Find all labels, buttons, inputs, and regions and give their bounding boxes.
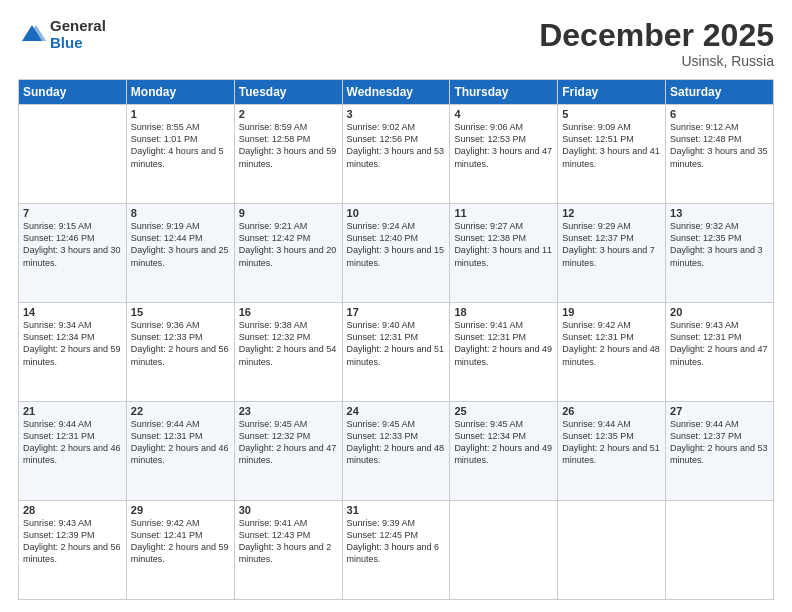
cell-text-0-5: Sunrise: 9:09 AM Sunset: 12:51 PM Daylig… — [562, 121, 661, 170]
cell-text-0-4: Sunrise: 9:06 AM Sunset: 12:53 PM Daylig… — [454, 121, 553, 170]
day-number-2-4: 18 — [454, 306, 553, 318]
cell-4-1: 29Sunrise: 9:42 AM Sunset: 12:41 PM Dayl… — [126, 501, 234, 600]
cell-4-5 — [558, 501, 666, 600]
day-number-4-2: 30 — [239, 504, 338, 516]
cell-1-0: 7Sunrise: 9:15 AM Sunset: 12:46 PM Dayli… — [19, 204, 127, 303]
calendar-table: Sunday Monday Tuesday Wednesday Thursday… — [18, 79, 774, 600]
logo-general-label: General — [50, 18, 106, 35]
day-number-3-4: 25 — [454, 405, 553, 417]
calendar-header-row: Sunday Monday Tuesday Wednesday Thursday… — [19, 80, 774, 105]
week-row-3: 21Sunrise: 9:44 AM Sunset: 12:31 PM Dayl… — [19, 402, 774, 501]
cell-1-4: 11Sunrise: 9:27 AM Sunset: 12:38 PM Dayl… — [450, 204, 558, 303]
cell-text-0-1: Sunrise: 8:55 AM Sunset: 1:01 PM Dayligh… — [131, 121, 230, 170]
cell-text-1-6: Sunrise: 9:32 AM Sunset: 12:35 PM Daylig… — [670, 220, 769, 269]
cell-3-4: 25Sunrise: 9:45 AM Sunset: 12:34 PM Dayl… — [450, 402, 558, 501]
cell-text-4-2: Sunrise: 9:41 AM Sunset: 12:43 PM Daylig… — [239, 517, 338, 566]
col-sunday: Sunday — [19, 80, 127, 105]
cell-text-3-3: Sunrise: 9:45 AM Sunset: 12:33 PM Daylig… — [347, 418, 446, 467]
cell-text-2-1: Sunrise: 9:36 AM Sunset: 12:33 PM Daylig… — [131, 319, 230, 368]
cell-1-2: 9Sunrise: 9:21 AM Sunset: 12:42 PM Dayli… — [234, 204, 342, 303]
cell-text-4-3: Sunrise: 9:39 AM Sunset: 12:45 PM Daylig… — [347, 517, 446, 566]
day-number-3-3: 24 — [347, 405, 446, 417]
day-number-3-1: 22 — [131, 405, 230, 417]
col-friday: Friday — [558, 80, 666, 105]
day-number-3-5: 26 — [562, 405, 661, 417]
cell-text-1-5: Sunrise: 9:29 AM Sunset: 12:37 PM Daylig… — [562, 220, 661, 269]
day-number-3-0: 21 — [23, 405, 122, 417]
cell-text-2-0: Sunrise: 9:34 AM Sunset: 12:34 PM Daylig… — [23, 319, 122, 368]
header: General Blue December 2025 Usinsk, Russi… — [18, 18, 774, 69]
cell-text-0-3: Sunrise: 9:02 AM Sunset: 12:56 PM Daylig… — [347, 121, 446, 170]
col-saturday: Saturday — [666, 80, 774, 105]
title-block: December 2025 Usinsk, Russia — [539, 18, 774, 69]
cell-3-0: 21Sunrise: 9:44 AM Sunset: 12:31 PM Dayl… — [19, 402, 127, 501]
logo-blue-label: Blue — [50, 35, 106, 52]
cell-text-1-2: Sunrise: 9:21 AM Sunset: 12:42 PM Daylig… — [239, 220, 338, 269]
logo-icon — [18, 21, 46, 49]
col-wednesday: Wednesday — [342, 80, 450, 105]
day-number-1-3: 10 — [347, 207, 446, 219]
day-number-1-6: 13 — [670, 207, 769, 219]
day-number-2-0: 14 — [23, 306, 122, 318]
day-number-4-0: 28 — [23, 504, 122, 516]
cell-2-0: 14Sunrise: 9:34 AM Sunset: 12:34 PM Dayl… — [19, 303, 127, 402]
cell-text-3-4: Sunrise: 9:45 AM Sunset: 12:34 PM Daylig… — [454, 418, 553, 467]
day-number-0-2: 2 — [239, 108, 338, 120]
cell-4-4 — [450, 501, 558, 600]
col-monday: Monday — [126, 80, 234, 105]
day-number-1-2: 9 — [239, 207, 338, 219]
cell-0-3: 3Sunrise: 9:02 AM Sunset: 12:56 PM Dayli… — [342, 105, 450, 204]
cell-0-6: 6Sunrise: 9:12 AM Sunset: 12:48 PM Dayli… — [666, 105, 774, 204]
cell-3-5: 26Sunrise: 9:44 AM Sunset: 12:35 PM Dayl… — [558, 402, 666, 501]
cell-0-1: 1Sunrise: 8:55 AM Sunset: 1:01 PM Daylig… — [126, 105, 234, 204]
cell-1-3: 10Sunrise: 9:24 AM Sunset: 12:40 PM Dayl… — [342, 204, 450, 303]
month-title: December 2025 — [539, 18, 774, 53]
col-thursday: Thursday — [450, 80, 558, 105]
cell-text-3-1: Sunrise: 9:44 AM Sunset: 12:31 PM Daylig… — [131, 418, 230, 467]
day-number-2-2: 16 — [239, 306, 338, 318]
day-number-0-5: 5 — [562, 108, 661, 120]
day-number-0-4: 4 — [454, 108, 553, 120]
cell-2-2: 16Sunrise: 9:38 AM Sunset: 12:32 PM Dayl… — [234, 303, 342, 402]
day-number-3-6: 27 — [670, 405, 769, 417]
cell-2-4: 18Sunrise: 9:41 AM Sunset: 12:31 PM Dayl… — [450, 303, 558, 402]
cell-text-4-0: Sunrise: 9:43 AM Sunset: 12:39 PM Daylig… — [23, 517, 122, 566]
cell-text-2-3: Sunrise: 9:40 AM Sunset: 12:31 PM Daylig… — [347, 319, 446, 368]
cell-text-3-5: Sunrise: 9:44 AM Sunset: 12:35 PM Daylig… — [562, 418, 661, 467]
week-row-4: 28Sunrise: 9:43 AM Sunset: 12:39 PM Dayl… — [19, 501, 774, 600]
cell-0-2: 2Sunrise: 8:59 AM Sunset: 12:58 PM Dayli… — [234, 105, 342, 204]
cell-4-3: 31Sunrise: 9:39 AM Sunset: 12:45 PM Dayl… — [342, 501, 450, 600]
cell-4-2: 30Sunrise: 9:41 AM Sunset: 12:43 PM Dayl… — [234, 501, 342, 600]
day-number-4-3: 31 — [347, 504, 446, 516]
location-subtitle: Usinsk, Russia — [539, 53, 774, 69]
day-number-1-1: 8 — [131, 207, 230, 219]
cell-3-3: 24Sunrise: 9:45 AM Sunset: 12:33 PM Dayl… — [342, 402, 450, 501]
cell-2-5: 19Sunrise: 9:42 AM Sunset: 12:31 PM Dayl… — [558, 303, 666, 402]
col-tuesday: Tuesday — [234, 80, 342, 105]
cell-0-0 — [19, 105, 127, 204]
week-row-1: 7Sunrise: 9:15 AM Sunset: 12:46 PM Dayli… — [19, 204, 774, 303]
cell-1-6: 13Sunrise: 9:32 AM Sunset: 12:35 PM Dayl… — [666, 204, 774, 303]
cell-text-3-6: Sunrise: 9:44 AM Sunset: 12:37 PM Daylig… — [670, 418, 769, 467]
cell-3-6: 27Sunrise: 9:44 AM Sunset: 12:37 PM Dayl… — [666, 402, 774, 501]
cell-2-1: 15Sunrise: 9:36 AM Sunset: 12:33 PM Dayl… — [126, 303, 234, 402]
week-row-2: 14Sunrise: 9:34 AM Sunset: 12:34 PM Dayl… — [19, 303, 774, 402]
day-number-0-6: 6 — [670, 108, 769, 120]
cell-text-0-6: Sunrise: 9:12 AM Sunset: 12:48 PM Daylig… — [670, 121, 769, 170]
cell-1-1: 8Sunrise: 9:19 AM Sunset: 12:44 PM Dayli… — [126, 204, 234, 303]
cell-text-3-0: Sunrise: 9:44 AM Sunset: 12:31 PM Daylig… — [23, 418, 122, 467]
cell-text-1-4: Sunrise: 9:27 AM Sunset: 12:38 PM Daylig… — [454, 220, 553, 269]
day-number-2-5: 19 — [562, 306, 661, 318]
cell-text-1-3: Sunrise: 9:24 AM Sunset: 12:40 PM Daylig… — [347, 220, 446, 269]
cell-text-1-1: Sunrise: 9:19 AM Sunset: 12:44 PM Daylig… — [131, 220, 230, 269]
day-number-2-3: 17 — [347, 306, 446, 318]
cell-text-0-2: Sunrise: 8:59 AM Sunset: 12:58 PM Daylig… — [239, 121, 338, 170]
cell-text-4-1: Sunrise: 9:42 AM Sunset: 12:41 PM Daylig… — [131, 517, 230, 566]
logo: General Blue — [18, 18, 106, 51]
week-row-0: 1Sunrise: 8:55 AM Sunset: 1:01 PM Daylig… — [19, 105, 774, 204]
cell-text-2-2: Sunrise: 9:38 AM Sunset: 12:32 PM Daylig… — [239, 319, 338, 368]
cell-text-2-4: Sunrise: 9:41 AM Sunset: 12:31 PM Daylig… — [454, 319, 553, 368]
cell-text-3-2: Sunrise: 9:45 AM Sunset: 12:32 PM Daylig… — [239, 418, 338, 467]
day-number-3-2: 23 — [239, 405, 338, 417]
day-number-0-3: 3 — [347, 108, 446, 120]
